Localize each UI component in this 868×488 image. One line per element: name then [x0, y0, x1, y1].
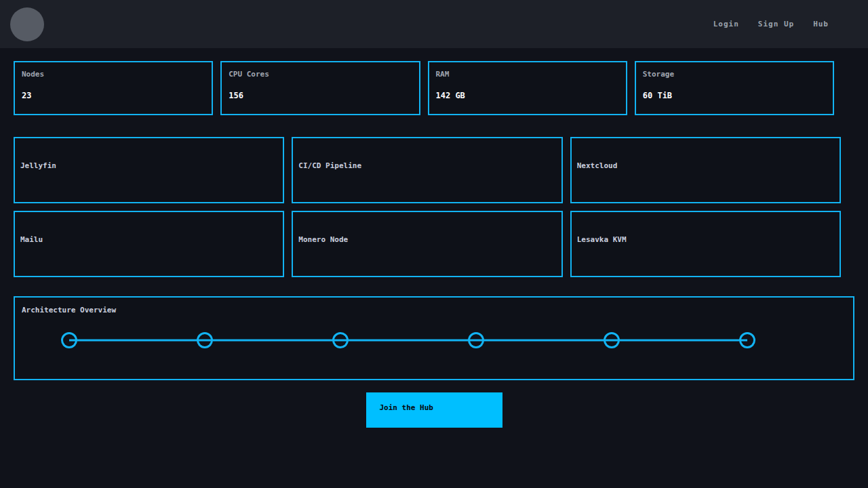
service-name: Mailu	[20, 235, 43, 244]
cta-row: Join the Hub	[14, 392, 854, 428]
nav-link-login[interactable]: Login	[713, 20, 739, 28]
stat-label: CPU Cores	[229, 70, 412, 79]
service-name: Monero Node	[298, 235, 348, 244]
stat-card-ram: RAM 142 GB	[428, 61, 627, 115]
service-name: Jellyfin	[20, 161, 56, 170]
service-name: Lesavka KVM	[577, 235, 627, 244]
nav-link-sign-up[interactable]: Sign Up	[758, 20, 794, 28]
service-card-lesavka-kvm[interactable]: Lesavka KVM	[570, 211, 841, 277]
service-card-mailu[interactable]: Mailu	[14, 211, 284, 277]
stat-value: 60 TiB	[643, 91, 826, 100]
stat-value: 142 GB	[436, 91, 619, 100]
stats-row: Nodes 23 CPU Cores 156 RAM 142 GB Storag…	[14, 61, 834, 115]
architecture-panel: Architecture Overview	[14, 296, 854, 380]
service-card-jellyfin[interactable]: Jellyfin	[14, 137, 284, 203]
service-card-nextcloud[interactable]: Nextcloud	[570, 137, 841, 203]
service-name: Nextcloud	[577, 161, 618, 170]
stat-value: 23	[22, 91, 205, 100]
stat-card-nodes: Nodes 23	[14, 61, 213, 115]
nav-links: Login Sign Up Hub	[713, 20, 829, 28]
stat-card-storage: Storage 60 TiB	[635, 61, 834, 115]
service-card-monero-node[interactable]: Monero Node	[292, 211, 562, 277]
nav-link-hub[interactable]: Hub	[813, 20, 829, 28]
stat-label: RAM	[436, 70, 619, 79]
navbar: Login Sign Up Hub	[0, 0, 868, 48]
service-name: CI/CD Pipeline	[298, 161, 361, 170]
main-content: Nodes 23 CPU Cores 156 RAM 142 GB Storag…	[0, 61, 868, 428]
services-grid: Jellyfin CI/CD Pipeline Nextcloud Mailu …	[14, 137, 841, 277]
stat-label: Storage	[643, 70, 826, 79]
join-hub-button[interactable]: Join the Hub	[366, 392, 502, 428]
service-card-cicd-pipeline[interactable]: CI/CD Pipeline	[292, 137, 562, 203]
stat-value: 156	[229, 91, 412, 100]
stat-card-cpu-cores: CPU Cores 156	[220, 61, 420, 115]
architecture-diagram	[15, 298, 853, 379]
avatar[interactable]	[10, 7, 44, 41]
stat-label: Nodes	[22, 70, 205, 79]
